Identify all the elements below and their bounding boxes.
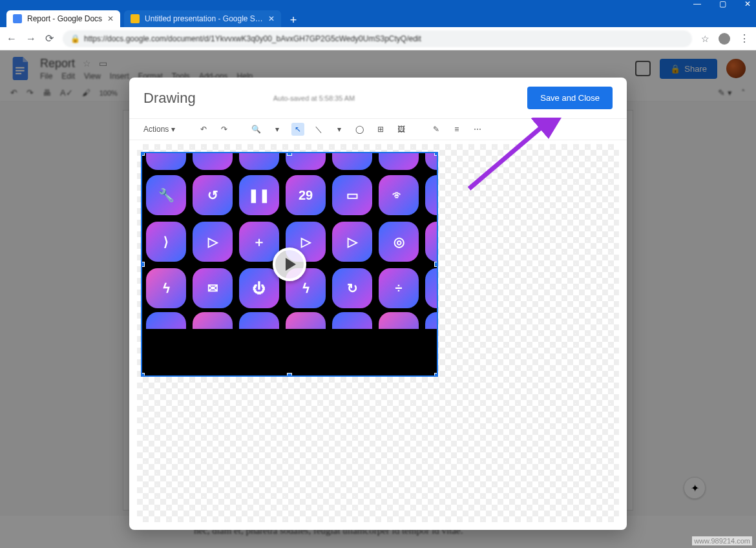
slides-favicon <box>131 14 140 23</box>
actions-dropdown[interactable]: Actions ▾ <box>143 125 175 134</box>
undo-icon[interactable]: ↶ <box>197 123 210 136</box>
pause-icon: ❚❚ <box>239 175 279 215</box>
resize-handle[interactable] <box>287 373 292 377</box>
bolt-icon: ϟ <box>146 268 186 308</box>
bookmark-star[interactable]: ☆ <box>701 34 709 44</box>
border-weight-icon[interactable]: ≡ <box>450 123 463 136</box>
phone-icon: ↺ <box>193 175 233 215</box>
image-tool-icon[interactable]: 🖼 <box>395 123 408 136</box>
grid-icon <box>379 312 419 329</box>
url-text: https://docs.google.com/document/d/1Ykvv… <box>84 34 421 43</box>
rupee-icon: ₹ <box>425 268 438 308</box>
select-tool-icon[interactable]: ↖ <box>291 123 304 136</box>
resize-handle[interactable] <box>141 373 145 377</box>
resize-handle[interactable] <box>434 262 438 267</box>
grid-icon <box>239 312 279 329</box>
save-and-close-button[interactable]: Save and Close <box>527 87 613 109</box>
autosave-status: Auto-saved at 5:58:35 AM <box>273 94 355 102</box>
battery-icon: ▭ <box>332 175 372 215</box>
border-color-icon[interactable]: ✎ <box>430 123 443 136</box>
refresh-icon: ↻ <box>332 268 372 308</box>
selected-image[interactable]: 🔧 ↺ ❚❚ 29 ▭ ᯤ ⏻ ⟩ ▷ ＋ ▷ ▷ ◎ ϟ ✉ ⏻ ϟ ↻ ÷ <box>141 152 438 377</box>
video-play-overlay-icon[interactable] <box>273 248 306 281</box>
resize-handle[interactable] <box>434 373 438 377</box>
power-icon: ⏻ <box>425 175 438 215</box>
grid-icon <box>332 152 372 170</box>
lock-icon: 🔒 <box>70 34 80 43</box>
grid-icon <box>193 312 233 329</box>
number-icon: 29 <box>286 175 326 215</box>
mail-icon: ✉ <box>193 268 233 308</box>
forward-button[interactable]: → <box>26 33 36 45</box>
wrench-icon: 🔧 <box>146 175 186 215</box>
watermark: www.989214.com <box>692 536 752 545</box>
browser-tabstrip: Report - Google Docs ✕ Untitled presenta… <box>0 8 756 27</box>
line-dropdown-icon[interactable]: ▾ <box>333 123 346 136</box>
grid-icon <box>286 312 326 329</box>
resize-handle[interactable] <box>141 262 145 267</box>
new-tab-button[interactable]: + <box>285 14 302 27</box>
tab-title: Untitled presentation - Google S… <box>145 14 263 23</box>
browser-addressbar: ← → ⟳ 🔒 https://docs.google.com/document… <box>0 27 756 50</box>
tab-report[interactable]: Report - Google Docs ✕ <box>6 10 120 27</box>
window-minimize[interactable]: — <box>693 0 701 8</box>
border-dash-icon[interactable]: ⋯ <box>471 123 484 136</box>
extension-icon[interactable] <box>719 33 730 45</box>
drawing-canvas[interactable]: 🔧 ↺ ❚❚ 29 ▭ ᯤ ⏻ ⟩ ▷ ＋ ▷ ▷ ◎ ϟ ✉ ⏻ ϟ ↻ ÷ <box>137 144 619 522</box>
textbox-tool-icon[interactable]: ⊞ <box>374 123 387 136</box>
window-titlebar: — ▢ ✕ <box>0 0 756 8</box>
play-icon: ▷ <box>193 222 233 262</box>
zoom-dropdown-icon[interactable]: ▾ <box>271 123 284 136</box>
wifi-icon: ᯤ <box>379 175 419 215</box>
grid-icon <box>193 152 233 170</box>
divide-icon: ÷ <box>379 268 419 308</box>
chrome-menu[interactable]: ⋮ <box>739 32 750 45</box>
redo-icon[interactable]: ↷ <box>218 123 231 136</box>
window-close[interactable]: ✕ <box>744 0 751 8</box>
line-tool-icon[interactable]: ＼ <box>312 123 325 136</box>
play2-icon: ▷ <box>332 222 372 262</box>
dialog-title: Drawing <box>143 90 196 107</box>
bracket-icon: ⟩ <box>146 222 186 262</box>
tab-close[interactable]: ✕ <box>268 14 275 23</box>
dialog-header: Drawing Auto-saved at 5:58:35 AM Save an… <box>129 78 627 118</box>
window-maximize[interactable]: ▢ <box>719 0 726 8</box>
shape-tool-icon[interactable]: ◯ <box>353 123 366 136</box>
grid-icon <box>332 312 372 329</box>
docs-favicon <box>13 14 22 23</box>
grid-icon <box>146 312 186 329</box>
grid-icon <box>146 152 186 170</box>
tab-presentation[interactable]: Untitled presentation - Google S… ✕ <box>124 10 281 27</box>
grid-icon <box>379 152 419 170</box>
zoom-icon[interactable]: 🔍 <box>250 123 263 136</box>
blank-icon <box>425 222 438 262</box>
plus-icon: ＋ <box>239 222 279 262</box>
power2-icon: ⏻ <box>239 268 279 308</box>
back-button[interactable]: ← <box>6 33 17 45</box>
drawing-dialog: Drawing Auto-saved at 5:58:35 AM Save an… <box>129 78 627 530</box>
url-input[interactable]: 🔒 https://docs.google.com/document/d/1Yk… <box>63 30 692 47</box>
tab-title: Report - Google Docs <box>27 14 102 23</box>
tab-close[interactable]: ✕ <box>107 14 114 23</box>
location-icon: ◎ <box>379 222 419 262</box>
drawing-toolbar: Actions ▾ ↶ ↷ 🔍 ▾ ↖ ＼ ▾ ◯ ⊞ 🖼 ✎ ≡ ⋯ <box>129 118 627 140</box>
grid-icon <box>239 152 279 170</box>
grid-icon <box>425 312 437 329</box>
reload-button[interactable]: ⟳ <box>45 32 54 45</box>
